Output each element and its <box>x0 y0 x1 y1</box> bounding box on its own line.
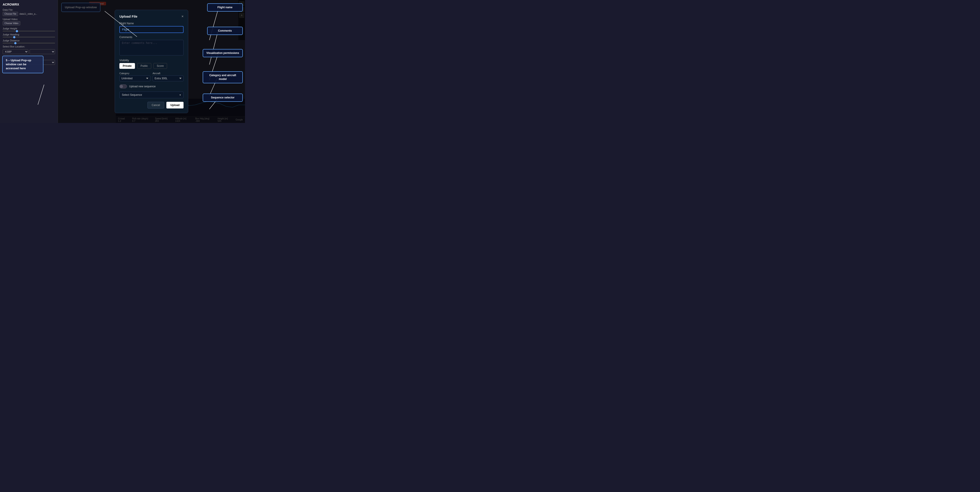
upload-sequence-label: Upload new sequence <box>129 85 156 88</box>
sequence-select-row: Select Sequence ▼ <box>119 92 183 98</box>
upload-video-label: Upload Video: <box>3 18 55 21</box>
judge-distance-slider[interactable] <box>3 43 55 43</box>
callout-flight-name-text: Flight name <box>217 6 232 9</box>
data-file-row: Choose File data11_video_a... <box>3 12 55 16</box>
visibility-label: Visibility <box>119 59 183 62</box>
upload-sequence-toggle[interactable] <box>119 84 127 88</box>
comments-textarea[interactable] <box>119 40 183 56</box>
box-location-select[interactable]: KSBP <box>3 49 28 54</box>
category-dropdown[interactable]: Unlimited Advanced Intermediate Primary <box>119 75 150 81</box>
modal-header: Upload File × <box>119 14 183 18</box>
choose-video-button[interactable]: Choose Video <box>3 21 20 25</box>
modal-overlay: Upload File × Flight Name Comments Visib… <box>58 0 245 123</box>
choose-file-button[interactable]: Choose File <box>3 12 18 16</box>
modal-title: Upload File <box>119 14 137 18</box>
judge-height-label: Judge Height <box>3 27 55 30</box>
visibility-private-button[interactable]: Private <box>119 63 135 69</box>
box-location-extra[interactable] <box>30 49 55 54</box>
callout-sequence-selector: Sequence selector <box>203 94 243 102</box>
category-aircraft-row: Category Unlimited Advanced Intermediate… <box>119 72 183 81</box>
box-location-row: KSBP <box>3 49 55 54</box>
annotation-sidebar-note: 5 – Upload Pop-up window can be accessed… <box>2 56 43 73</box>
aircraft-column: Aircraft Extra 300L Extra 300S Pitts S-2… <box>153 72 183 81</box>
callout-visualization-text: Visualization permissions <box>206 51 239 54</box>
upload-button[interactable]: Upload <box>166 102 183 108</box>
upload-video-row: Choose Video <box>3 21 55 25</box>
judge-height-slider[interactable] <box>3 31 55 32</box>
modal-close-button[interactable]: × <box>181 15 183 18</box>
select-box-label: Select Box Location: <box>3 45 55 48</box>
aircraft-label: Aircraft <box>153 72 183 75</box>
app-title: ACROWRX <box>3 3 55 6</box>
judge-heading-label: Judge Heading <box>3 33 55 36</box>
filename-display: data11_video_a... <box>19 13 37 15</box>
visibility-row: Private Public Score <box>119 63 183 69</box>
comments-label: Comments <box>119 36 183 39</box>
flight-name-label: Flight Name <box>119 22 183 25</box>
callout-category-aircraft: Category and aircraft model <box>203 71 243 83</box>
cancel-button[interactable]: Cancel <box>148 102 164 108</box>
modal-footer: Cancel Upload <box>119 102 183 108</box>
main-area: Box Lateral R X A ⏮ ⏪ ⏴ ▶ Roll-rate 4 2 … <box>58 0 245 123</box>
visibility-score-button[interactable]: Score <box>153 63 167 69</box>
upload-modal: Upload File × Flight Name Comments Visib… <box>115 10 188 113</box>
callout-visualization: Visualization permissions <box>203 49 243 57</box>
toggle-thumb <box>120 85 123 88</box>
category-label: Category <box>119 72 150 75</box>
data-file-label: Data File: <box>3 8 55 11</box>
callout-flight-name: Flight name <box>207 3 243 11</box>
visibility-public-button[interactable]: Public <box>137 63 151 69</box>
sequence-dropdown[interactable]: Select Sequence <box>119 92 183 98</box>
category-column: Category Unlimited Advanced Intermediate… <box>119 72 150 81</box>
aircraft-dropdown[interactable]: Extra 300L Extra 300S Pitts S-2C Edge 54… <box>153 75 183 81</box>
judge-distance-label: Judge Distance <box>3 39 55 42</box>
flight-name-input[interactable] <box>119 26 183 33</box>
callout-category-text: Category and aircraft model <box>209 74 236 81</box>
callout-comments-text: Comments <box>218 29 232 32</box>
annotation-sidebar-text: 5 – Upload Pop-up window can be accessed… <box>6 59 31 70</box>
upload-sequence-row: Upload new sequence <box>119 84 183 88</box>
judge-heading-slider[interactable] <box>3 37 55 37</box>
callout-sequence-text: Sequence selector <box>211 96 234 99</box>
callout-comments: Comments <box>207 27 243 35</box>
